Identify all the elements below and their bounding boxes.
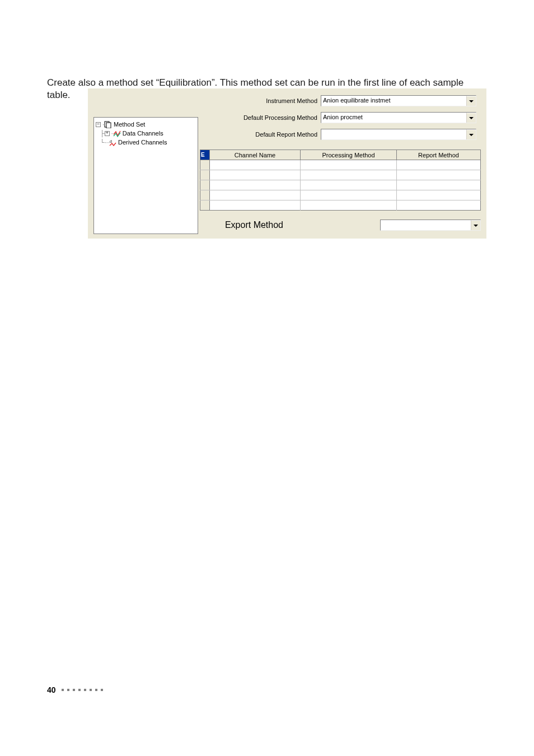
tree-label: Derived Channels bbox=[118, 138, 167, 147]
grid-corner[interactable]: E bbox=[200, 150, 210, 160]
default-report-method-dropdown[interactable] bbox=[321, 129, 476, 140]
table-row[interactable] bbox=[200, 160, 481, 170]
method-set-icon bbox=[104, 120, 112, 128]
default-processing-method-value: Anion procmet bbox=[321, 113, 466, 123]
svg-rect-1 bbox=[106, 123, 111, 128]
chevron-down-icon[interactable] bbox=[466, 96, 476, 106]
column-header-report-method[interactable]: Report Method bbox=[397, 150, 481, 160]
table-row[interactable] bbox=[200, 190, 481, 200]
tree-node-data-channels[interactable]: ├ + · Data Channels bbox=[96, 129, 196, 138]
default-report-method-label: Default Report Method bbox=[200, 131, 321, 138]
page-number: 40 bbox=[47, 685, 56, 694]
export-method-label: Export Method bbox=[200, 220, 287, 230]
tree-label: Data Channels bbox=[123, 129, 163, 138]
instrument-method-dropdown[interactable]: Anion equilibrate instmet bbox=[321, 95, 476, 106]
chevron-down-icon[interactable] bbox=[466, 129, 476, 139]
tree-node-derived-channels[interactable]: └··· d Derived Channels bbox=[96, 138, 196, 147]
instrument-method-label: Instrument Method bbox=[200, 97, 321, 104]
table-row[interactable] bbox=[200, 170, 481, 180]
svg-text:d: d bbox=[110, 139, 112, 143]
tree-node-method-set[interactable]: − · Method Set bbox=[96, 120, 196, 129]
export-method-value bbox=[381, 220, 471, 230]
column-header-channel-name[interactable]: Channel Name bbox=[210, 150, 301, 160]
collapse-icon[interactable]: − bbox=[96, 122, 101, 127]
default-processing-method-label: Default Processing Method bbox=[200, 114, 321, 121]
method-set-editor-screenshot: − · Method Set ├ + · bbox=[88, 88, 486, 239]
derived-channels-icon: d bbox=[109, 138, 116, 146]
table-row[interactable] bbox=[200, 200, 481, 211]
channel-table[interactable]: E Channel Name Processing Method Report … bbox=[200, 150, 481, 211]
default-report-method-value bbox=[321, 129, 466, 139]
page-footer: 40 bbox=[47, 685, 487, 694]
column-header-processing-method[interactable]: Processing Method bbox=[301, 150, 397, 160]
table-row[interactable] bbox=[200, 180, 481, 190]
default-processing-method-dropdown[interactable]: Anion procmet bbox=[321, 112, 476, 123]
expand-icon[interactable]: + bbox=[105, 131, 110, 136]
data-channels-icon bbox=[113, 129, 121, 137]
method-set-tree[interactable]: − · Method Set ├ + · bbox=[93, 117, 198, 234]
footer-dots-icon bbox=[62, 689, 103, 691]
tree-label: Method Set bbox=[114, 120, 145, 129]
chevron-down-icon[interactable] bbox=[471, 220, 480, 230]
chevron-down-icon[interactable] bbox=[466, 113, 476, 123]
export-method-dropdown[interactable] bbox=[380, 220, 481, 231]
instrument-method-value: Anion equilibrate instmet bbox=[321, 96, 466, 106]
